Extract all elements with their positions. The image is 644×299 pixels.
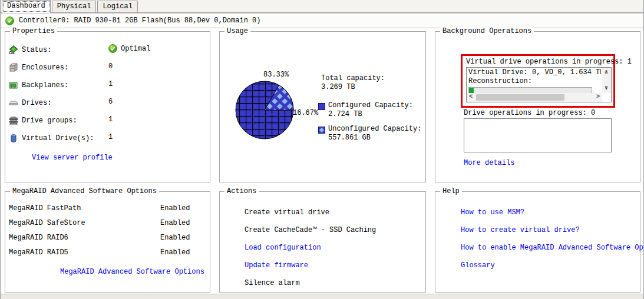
configured-capacity-label: Configured Capacity: <box>328 101 413 109</box>
aso-feature-status: Enabled <box>160 219 190 227</box>
configured-legend-swatch <box>318 103 325 110</box>
configured-capacity-value: 2.724 TB <box>328 110 362 118</box>
properties-title: Properties <box>10 27 57 35</box>
aso-feature-label: MegaRAID FastPath <box>9 204 81 212</box>
unconfigured-capacity-value: 557.861 GB <box>328 134 371 142</box>
drive-groups-value: 1 <box>108 115 113 124</box>
scroll-left-icon[interactable]: < <box>469 94 473 100</box>
msm-dashboard-window: Dashboard Physical Logical Controller0: … <box>0 0 644 299</box>
create-cachecade-action[interactable]: Create CacheCade™ - SSD Caching <box>245 226 376 234</box>
aso-feature-status: Enabled <box>160 248 190 257</box>
tab-bar: Dashboard Physical Logical <box>1 0 643 13</box>
help-title: Help <box>440 187 462 195</box>
property-label: Backplanes: <box>22 81 68 89</box>
controller-status-ok-icon <box>5 16 14 25</box>
drive-icon <box>9 98 19 108</box>
status-value: Optimal <box>108 44 150 53</box>
reconstruction-progress-fill <box>469 88 474 93</box>
vertical-scrollbar[interactable]: ∧ ∨ <box>602 68 611 93</box>
vd-operations-highlight-box: Virtual drive operations in progress: 1 … <box>461 54 615 108</box>
actions-panel: Actions Create virtual drive Create Cach… <box>219 191 426 293</box>
background-operations-panel: Background Operations Virtual drive oper… <box>435 31 640 182</box>
property-row-drive-groups: Drive groups: <box>9 115 77 126</box>
property-label: Virtual Drive(s): <box>22 134 94 142</box>
aso-feature-label: MegaRAID SafeStore <box>9 219 85 227</box>
property-row-enclosures: Enclosures: <box>9 62 68 73</box>
silence-alarm-action[interactable]: Silence alarm <box>245 279 300 287</box>
advanced-software-options-panel: MegaRAID Advanced Software Options MegaR… <box>5 191 210 293</box>
drive-group-icon <box>9 116 19 125</box>
controller-label: Controller0: RAID 930-8i 2GB Flash(Bus 8… <box>19 16 260 25</box>
virtual-drives-value: 1 <box>108 133 113 141</box>
properties-panel: Properties Status: Optimal <box>5 31 210 182</box>
load-configuration-link[interactable]: Load configuration <box>245 244 321 252</box>
property-label: Drives: <box>22 99 51 107</box>
tab-dashboard[interactable]: Dashboard <box>2 0 51 13</box>
drives-value: 6 <box>108 98 113 106</box>
enclosures-value: 0 <box>108 62 113 71</box>
controller-bar[interactable]: Controller0: RAID 930-8i 2GB Flash(Bus 8… <box>1 13 643 28</box>
scroll-up-icon[interactable]: ∧ <box>605 69 608 75</box>
unconfigured-legend-swatch <box>318 127 325 134</box>
usage-panel: Usage 83.33% 16.67% Total capacity: 3.26… <box>219 31 426 182</box>
backplane-icon <box>9 81 19 90</box>
vd-operations-list[interactable]: Virtual Drive: 0, VD_0, 1.634 TB, Opt Re… <box>466 67 612 102</box>
tab-logical[interactable]: Logical <box>97 1 137 12</box>
aso-feature-status: Enabled <box>160 204 190 212</box>
property-row-status: Status: <box>9 45 51 55</box>
actions-title: Actions <box>224 187 259 195</box>
property-row-backplanes: Backplanes: <box>9 80 68 91</box>
pie-label-configured-pct: 83.33% <box>263 71 289 79</box>
property-row-drives: Drives: <box>9 98 51 108</box>
property-label: Drive groups: <box>22 117 77 125</box>
window-bottom-strip <box>1 294 643 299</box>
more-details-link[interactable]: More details <box>464 159 514 167</box>
drive-operations-label: Drive operations in progress: 0 <box>464 109 595 117</box>
horizontal-scrollbar[interactable]: < > <box>467 93 602 102</box>
pie-label-unconfigured-pct: 16.67% <box>293 109 318 117</box>
help-panel: Help How to use MSM? How to create virtu… <box>435 191 640 293</box>
horizontal-scroll-thumb[interactable] <box>476 94 564 101</box>
drive-operations-list[interactable] <box>464 118 612 152</box>
vd-operation-type-text: Reconstruction: <box>468 77 601 86</box>
aso-feature-label: MegaRAID RAID6 <box>9 234 68 242</box>
aso-feature-status: Enabled <box>160 234 190 242</box>
update-firmware-link[interactable]: Update firmware <box>245 261 308 270</box>
how-to-use-msm-link[interactable]: How to use MSM? <box>461 208 524 217</box>
vd-operations-label: Virtual drive operations in progress: 1 <box>466 58 632 66</box>
aso-feature-label: MegaRAID RAID5 <box>9 248 68 257</box>
advanced-software-options-link[interactable]: MegaRAID Advanced Software Options <box>60 268 204 276</box>
property-row-virtual-drives: Virtual Drive(s): <box>9 133 94 144</box>
glossary-link[interactable]: Glossary <box>461 261 495 270</box>
how-to-enable-aso-link[interactable]: How to enable MegaRAID Advanced Software… <box>461 244 644 252</box>
controller-icon <box>9 45 19 55</box>
scroll-right-icon[interactable]: > <box>596 94 600 100</box>
virtual-drive-icon <box>9 134 19 143</box>
tab-physical[interactable]: Physical <box>52 1 97 12</box>
vd-operation-drive-text: Virtual Drive: 0, VD_0, 1.634 TB, Opt <box>468 68 601 77</box>
backplanes-value: 1 <box>108 80 113 88</box>
unconfigured-capacity-label: Unconfigured Capacity: <box>328 125 421 133</box>
view-server-profile-link[interactable]: View server profile <box>32 154 113 162</box>
property-label: Status: <box>22 46 51 54</box>
optimal-status-icon <box>108 44 117 53</box>
background-operations-title: Background Operations <box>440 27 534 35</box>
create-virtual-drive-action[interactable]: Create virtual drive <box>245 208 329 217</box>
status-value-text: Optimal <box>121 45 150 53</box>
enclosure-icon <box>9 63 19 72</box>
property-label: Enclosures: <box>22 64 68 72</box>
advanced-software-options-title: MegaRAID Advanced Software Options <box>10 187 159 195</box>
total-capacity-value: 3.269 TB <box>321 83 355 91</box>
total-capacity-label: Total capacity: <box>321 74 385 82</box>
scroll-down-icon[interactable]: ∨ <box>605 85 608 91</box>
how-to-create-virtual-drive-link[interactable]: How to create virtual drive? <box>461 226 580 234</box>
